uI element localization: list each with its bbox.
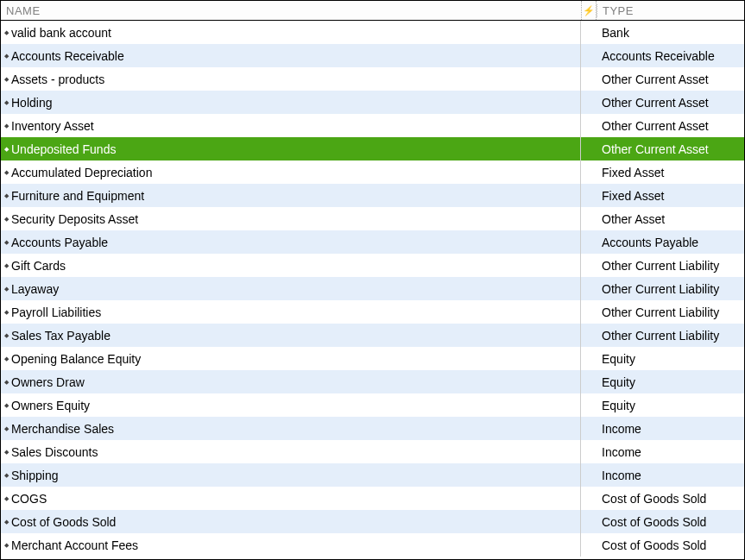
cell-spacer [581,230,597,254]
cell-type: Income [597,445,744,459]
account-name: Owners Draw [11,375,85,389]
cell-spacer [581,114,597,137]
cell-type: Other Current Asset [597,96,744,110]
cell-name: ◆Security Deposits Asset [1,207,581,230]
account-name: Payroll Liabilities [11,305,101,319]
cell-type: Other Current Liability [597,282,744,296]
account-name: Sales Discounts [11,445,98,459]
diamond-icon: ◆ [4,29,9,35]
accounts-table: NAME ⚡ TYPE ◆valid bank accountBank◆Acco… [0,0,745,560]
cell-spacer [581,510,597,533]
table-row[interactable]: ◆Furniture and EquipmentFixed Asset [1,184,744,207]
cell-name: ◆Holding [1,91,581,114]
diamond-icon: ◆ [4,216,9,222]
table-row[interactable]: ◆Assets - productsOther Current Asset [1,67,744,91]
table-row[interactable]: ◆Accumulated DepreciationFixed Asset [1,160,744,184]
table-row[interactable]: ◆Security Deposits AssetOther Asset [1,207,744,230]
account-name: Undeposited Funds [11,142,116,156]
table-row[interactable]: ◆Opening Balance EquityEquity [1,347,744,370]
column-header-type[interactable]: TYPE [597,4,744,17]
cell-name: ◆Accounts Payable [1,230,581,254]
cell-spacer [581,91,597,114]
table-row[interactable]: ◆Owners DrawEquity [1,370,744,393]
diamond-icon: ◆ [4,286,9,292]
cell-type: Cost of Goods Sold [597,492,744,506]
column-header-name[interactable]: NAME [1,4,581,17]
account-name: Merchandise Sales [11,422,114,436]
account-name: Sales Tax Payable [11,329,110,343]
account-name: Opening Balance Equity [11,352,141,366]
diamond-icon: ◆ [4,239,9,245]
cell-name: ◆Assets - products [1,67,581,91]
cell-name: ◆Owners Draw [1,370,581,393]
table-row[interactable]: ◆Merchandise SalesIncome [1,417,744,440]
cell-spacer [581,67,597,91]
cell-name: ◆Sales Tax Payable [1,324,581,347]
table-row[interactable]: ◆Payroll LiabilitiesOther Current Liabil… [1,300,744,324]
account-name: Assets - products [11,72,104,86]
table-row[interactable]: ◆Accounts PayableAccounts Payable [1,230,744,254]
cell-name: ◆Shipping [1,463,581,487]
cell-spacer [581,207,597,230]
cell-spacer [581,324,597,347]
cell-type: Accounts Payable [597,236,744,249]
cell-spacer [581,137,597,160]
diamond-icon: ◆ [4,309,9,315]
cell-spacer [581,347,597,370]
cell-type: Fixed Asset [597,189,744,203]
cell-spacer [581,277,597,300]
table-row[interactable]: ◆HoldingOther Current Asset [1,91,744,114]
cell-type: Other Current Asset [597,72,744,86]
table-row[interactable]: ◆valid bank accountBank [1,21,744,44]
cell-type: Equity [597,352,744,366]
table-row[interactable]: ◆Gift CardsOther Current Liability [1,254,744,277]
cell-type: Other Current Asset [597,119,744,133]
account-name: Security Deposits Asset [11,212,138,226]
table-body: ◆valid bank accountBank◆Accounts Receiva… [1,21,744,557]
cell-spacer [581,44,597,67]
column-header-lightning[interactable]: ⚡ [581,1,597,20]
diamond-icon: ◆ [4,123,9,129]
cell-type: Other Asset [597,212,744,226]
cell-name: ◆COGS [1,487,581,510]
account-name: Merchant Account Fees [11,538,138,552]
cell-type: Equity [597,399,744,412]
cell-name: ◆Payroll Liabilities [1,300,581,324]
cell-spacer [581,160,597,184]
account-name: Layaway [11,282,59,296]
diamond-icon: ◆ [4,356,9,362]
table-row[interactable]: ◆Merchant Account FeesCost of Goods Sold [1,533,744,557]
cell-name: ◆Undeposited Funds [1,137,581,160]
diamond-icon: ◆ [4,472,9,478]
account-name: Owners Equity [11,399,90,412]
diamond-icon: ◆ [4,53,9,59]
account-name: Accounts Receivable [11,49,124,63]
table-row[interactable]: ◆Undeposited FundsOther Current Asset [1,137,744,160]
cell-name: ◆Opening Balance Equity [1,347,581,370]
table-row[interactable]: ◆COGSCost of Goods Sold [1,487,744,510]
table-row[interactable]: ◆ShippingIncome [1,463,744,487]
table-row[interactable]: ◆Owners EquityEquity [1,393,744,417]
cell-spacer [581,370,597,393]
cell-spacer [581,300,597,324]
table-row[interactable]: ◆Accounts ReceivableAccounts Receivable [1,44,744,67]
cell-name: ◆valid bank account [1,21,581,44]
table-row[interactable]: ◆Inventory AssetOther Current Asset [1,114,744,137]
diamond-icon: ◆ [4,379,9,385]
diamond-icon: ◆ [4,519,9,525]
table-row[interactable]: ◆LayawayOther Current Liability [1,277,744,300]
cell-name: ◆Sales Discounts [1,440,581,463]
cell-type: Other Current Liability [597,329,744,343]
account-name: Gift Cards [11,259,66,273]
table-row[interactable]: ◆Sales Tax PayableOther Current Liabilit… [1,324,744,347]
cell-type: Income [597,422,744,436]
diamond-icon: ◆ [4,99,9,105]
cell-name: ◆Accumulated Depreciation [1,160,581,184]
cell-name: ◆Gift Cards [1,254,581,277]
account-name: COGS [11,492,47,506]
table-row[interactable]: ◆Sales DiscountsIncome [1,440,744,463]
table-row[interactable]: ◆Cost of Goods SoldCost of Goods Sold [1,510,744,533]
cell-name: ◆Cost of Goods Sold [1,510,581,533]
cell-type: Equity [597,375,744,389]
cell-type: Other Current Liability [597,259,744,273]
